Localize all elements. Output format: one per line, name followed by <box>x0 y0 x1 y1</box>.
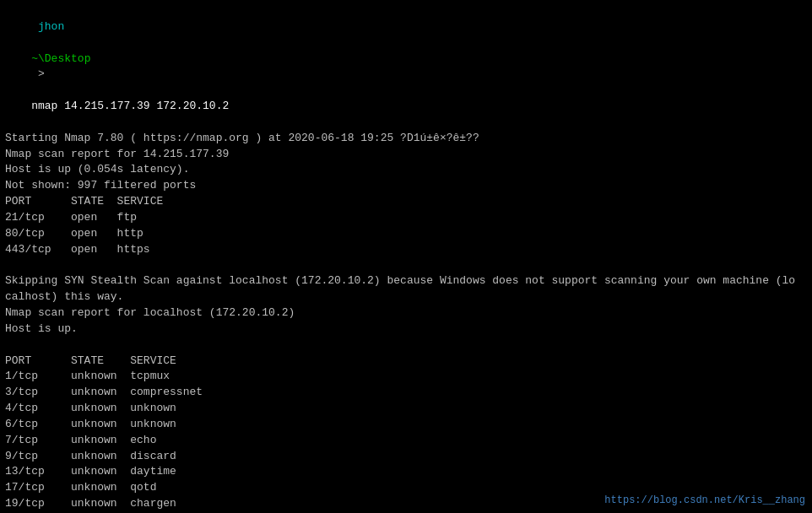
output-line-20: 13/tcp unknown daytime <box>5 464 807 480</box>
output-line-16: 4/tcp unknown unknown <box>5 401 807 417</box>
output-line-15: 3/tcp unknown compressnet <box>5 385 807 401</box>
output-line-10: calhost) this way. <box>5 289 807 305</box>
terminal: jhon ~\Desktop > nmap 14.215.177.39 172.… <box>0 0 812 513</box>
prompt-line: jhon ~\Desktop > nmap 14.215.177.39 172.… <box>5 3 807 131</box>
path: ~\Desktop <box>31 52 90 65</box>
output-line-19: 9/tcp unknown discard <box>5 449 807 465</box>
username: jhon <box>31 20 64 33</box>
prompt-space <box>31 84 38 96</box>
watermark: https://blog.csdn.net/Kris__zhang <box>604 494 805 506</box>
output-line-1: Starting Nmap 7.80 ( https://nmap.org ) … <box>5 131 807 147</box>
output-line-8: 443/tcp open https <box>5 242 807 258</box>
output-line-blank1 <box>5 258 807 274</box>
output-line-14: 1/tcp unknown tcpmux <box>5 369 807 385</box>
output-line-blank2 <box>5 338 807 354</box>
output-line-12: Host is up. <box>5 321 807 338</box>
output-line-7: 80/tcp open http <box>5 226 807 242</box>
output-line-9: Skipping SYN Stealth Scan against localh… <box>5 273 807 289</box>
output-line-17: 6/tcp unknown unknown <box>5 417 807 433</box>
output-line-13: PORT STATE SERVICE <box>5 354 807 370</box>
output-line-2: Nmap scan report for 14.215.177.39 <box>5 147 807 163</box>
prompt-separator <box>31 36 38 49</box>
output-line-4: Not shown: 997 filtered ports <box>5 178 807 194</box>
output-line-18: 7/tcp unknown echo <box>5 433 807 449</box>
output-line-6: 21/tcp open ftp <box>5 210 807 226</box>
output-line-5: PORT STATE SERVICE <box>5 194 807 210</box>
output-line-11: Nmap scan report for localhost (172.20.1… <box>5 305 807 321</box>
command: nmap 14.215.177.39 172.20.10.2 <box>31 100 229 112</box>
output-line-3: Host is up (0.054s latency). <box>5 162 807 178</box>
prompt-arrow: > <box>31 68 45 80</box>
